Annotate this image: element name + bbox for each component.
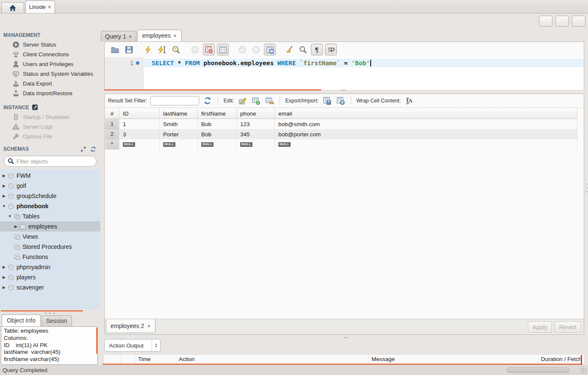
tree-item-stored-procedures[interactable]: Stored Procedures: [0, 242, 100, 252]
edit-record-icon[interactable]: [237, 96, 247, 105]
tree-item-golf[interactable]: ▶golf: [0, 181, 100, 191]
toggle-bottom-panel-button[interactable]: [555, 16, 569, 27]
sidebar-item-server-logs[interactable]: Server Logs: [0, 122, 100, 132]
add-row-icon[interactable]: [251, 96, 261, 105]
create-view-button[interactable]: [86, 16, 97, 27]
chevron-right-icon[interactable]: ▶: [2, 285, 6, 290]
result-set-tab[interactable]: employees 2 ×: [106, 319, 155, 333]
revert-button[interactable]: Revert: [555, 321, 581, 333]
wrap-text-button[interactable]: [325, 44, 337, 55]
grid-cell[interactable]: Bob: [198, 119, 237, 129]
close-icon[interactable]: ×: [147, 323, 151, 329]
refresh-icon[interactable]: [89, 146, 97, 152]
import-records-icon[interactable]: [336, 96, 346, 105]
column-header-lastname[interactable]: lastName: [160, 108, 198, 119]
editor-tab-query-1[interactable]: Query 1×: [101, 31, 136, 41]
sidebar-item-server-status[interactable]: Server Status: [0, 40, 100, 50]
tree-item-employees[interactable]: ▶employees: [0, 221, 100, 232]
sql-code-line[interactable]: SELECT * FROM phonebook.employees WHERE …: [144, 58, 583, 67]
grid-cell[interactable]: 345: [237, 129, 275, 139]
sidebar-item-client-connections[interactable]: Client Connections: [0, 50, 100, 59]
toggle-left-sidebar-button[interactable]: [539, 16, 552, 27]
export-recordset-icon[interactable]: [322, 96, 332, 105]
stepper-icon[interactable]: ▲▼: [152, 339, 160, 351]
toggle-right-sidebar-button[interactable]: [572, 16, 585, 27]
sidebar-item-users-and-privileges[interactable]: Users and Privileges: [0, 59, 100, 69]
wrap-cell-content-icon[interactable]: IA: [404, 96, 414, 105]
apply-button[interactable]: Apply: [528, 321, 552, 333]
sidebar-item-data-export[interactable]: Data Export: [0, 79, 100, 88]
search-table-data-button[interactable]: [136, 16, 146, 27]
tree-item-fwm[interactable]: ▶FWM: [0, 171, 100, 181]
stop-on-error-button[interactable]: [203, 44, 215, 55]
editor-tab-employees[interactable]: employees×: [137, 30, 181, 41]
chevron-down-icon[interactable]: ▼: [2, 204, 6, 208]
close-icon[interactable]: ×: [173, 33, 177, 39]
grid-cell[interactable]: Porter: [160, 129, 198, 139]
connection-tab-linode[interactable]: Linode ×: [25, 0, 55, 13]
row-number-cell[interactable]: 2: [105, 129, 119, 139]
grid-cell[interactable]: Bob: [198, 129, 237, 139]
grid-cell[interactable]: NULL: [275, 139, 577, 149]
chevron-right-icon[interactable]: ▶: [2, 194, 6, 198]
tab-object-info[interactable]: Object Info: [2, 314, 41, 326]
delete-row-icon[interactable]: [264, 96, 275, 105]
grid-cell[interactable]: NULL: [160, 139, 198, 149]
editor-results-splitter-grip[interactable]: ▪▪▪: [341, 88, 346, 92]
stop-button[interactable]: [189, 44, 201, 55]
output-column-time[interactable]: Time: [136, 355, 176, 364]
output-column-message[interactable]: Message: [369, 355, 538, 364]
row-number-cell[interactable]: *: [105, 139, 119, 149]
result-filter-input[interactable]: [150, 96, 199, 105]
right-edge-grip[interactable]: ▪▪▪: [586, 182, 588, 193]
save-script-button[interactable]: [123, 44, 135, 55]
column-header-email[interactable]: email: [275, 108, 577, 119]
notifications-button[interactable]: [525, 16, 536, 27]
column-header-row-number[interactable]: #: [105, 108, 119, 119]
grid-cell[interactable]: NULL: [119, 139, 160, 149]
tree-item-functions[interactable]: Functions: [0, 252, 100, 262]
grid-cell[interactable]: 123: [237, 119, 275, 129]
tree-item-players[interactable]: ▶players: [0, 272, 100, 282]
rollback-button[interactable]: [250, 44, 262, 55]
chevron-down-icon[interactable]: ▼: [8, 214, 12, 218]
sidebar-item-startup-shutdown[interactable]: Startup / Shutdown: [0, 112, 100, 122]
sql-editor[interactable]: 1 SELECT * FROM phonebook.employees WHER…: [105, 57, 584, 90]
execute-button[interactable]: [142, 44, 154, 55]
create-schema-button[interactable]: [53, 16, 64, 27]
open-script-button[interactable]: [109, 44, 121, 55]
toggle-autocommit-button[interactable]: [264, 44, 276, 55]
output-column-blank[interactable]: [104, 355, 121, 364]
grid-cell[interactable]: bob@porter.com: [275, 129, 577, 139]
tab-session[interactable]: Session: [42, 315, 72, 326]
sidebar-item-status-and-system-variables[interactable]: Status and System Variables: [0, 69, 100, 79]
grid-cell[interactable]: Smith: [160, 119, 198, 129]
sidebar-item-data-import-restore[interactable]: Data Import/Restore: [0, 88, 100, 98]
column-header-id[interactable]: ID: [119, 108, 160, 119]
create-procedure-button[interactable]: [103, 16, 113, 27]
sidebar-item-options-file[interactable]: Options File: [0, 132, 100, 141]
grid-cell[interactable]: NULL: [198, 139, 237, 149]
tree-item-phpmyadmin[interactable]: ▶phpmyadmin: [0, 262, 100, 272]
tree-item-views[interactable]: Views: [0, 232, 100, 242]
tree-item-scavenger[interactable]: ▶scavenger: [0, 282, 100, 292]
create-function-button[interactable]: [119, 16, 130, 27]
tree-item-phonebook[interactable]: ▼phonebook: [0, 201, 100, 211]
new-sql-tab-button[interactable]: [3, 16, 14, 27]
home-tab[interactable]: [1, 2, 24, 13]
column-header-phone[interactable]: phone: [237, 108, 275, 119]
commit-button[interactable]: [236, 44, 248, 55]
show-invisibles-button[interactable]: ¶: [311, 44, 323, 55]
tree-item-groupschedule[interactable]: ▶groupSchedule: [0, 191, 100, 201]
close-icon[interactable]: ×: [47, 4, 52, 10]
output-selector[interactable]: Action Output ▲▼: [104, 339, 161, 352]
chevron-right-icon[interactable]: ▶: [2, 265, 6, 269]
output-column-duration-fetch[interactable]: Duration / Fetch: [538, 355, 584, 364]
open-sql-script-button[interactable]: [20, 16, 31, 27]
limit-rows-button[interactable]: [217, 44, 229, 55]
grid-cell[interactable]: NULL: [237, 139, 275, 149]
output-column-action[interactable]: Action: [176, 355, 369, 364]
expand-icon[interactable]: [79, 146, 87, 152]
find-button[interactable]: [297, 44, 309, 55]
explain-button[interactable]: [170, 44, 182, 55]
